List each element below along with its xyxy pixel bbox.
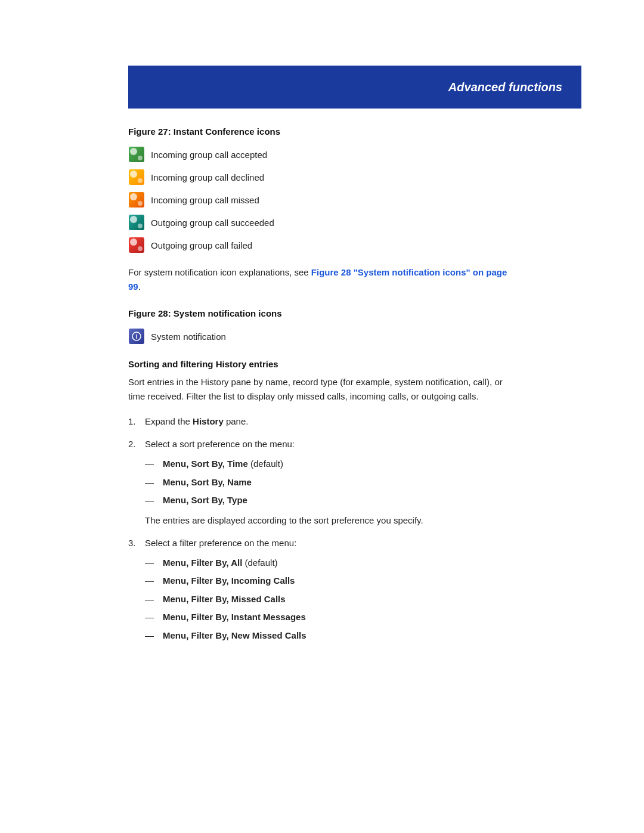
sub-item-normal: (default)	[248, 459, 283, 469]
sub-item: — Menu, Sort By, Type	[145, 494, 516, 507]
sub-item-normal: (default)	[242, 558, 277, 568]
main-content: Figure 27: Instant Conference icons Inco…	[0, 109, 644, 679]
sub-item-bold: Menu, Sort By, Type	[163, 495, 247, 505]
sub-item: — Menu, Filter By, All (default)	[145, 556, 516, 570]
figure27-title: Figure 27: Instant Conference icons	[128, 126, 516, 137]
step-2-content: Select a sort preference on the menu: — …	[145, 437, 516, 528]
sub-item-content: Menu, Sort By, Time (default)	[163, 457, 283, 471]
call-icon-yellow	[129, 169, 144, 185]
call-icon-blue-green	[129, 215, 144, 230]
item-label: Outgoing group call succeeded	[151, 218, 274, 228]
call-icon-declined	[128, 169, 145, 185]
list-item: Incoming group call accepted	[128, 146, 516, 163]
item-label: Outgoing group call failed	[151, 240, 252, 250]
sub-item-bold: Menu, Sort By, Name	[163, 477, 252, 487]
call-icon-missed	[128, 191, 145, 208]
dash: —	[145, 611, 163, 624]
step-3: 3. Select a filter preference on the men…	[128, 536, 516, 648]
step-3-content: Select a filter preference on the menu: …	[145, 536, 516, 648]
ref-paragraph: For system notification icon explanation…	[128, 265, 516, 294]
figure28-title: Figure 28: System notification icons	[128, 308, 516, 318]
sub-item-bold: Menu, Filter By, All	[163, 558, 242, 568]
step-2-text: Select a sort preference on the menu:	[145, 439, 295, 449]
sub-item: — Menu, Filter By, Missed Calls	[145, 593, 516, 606]
step-1-content: Expand the History pane.	[145, 414, 516, 429]
header-title: Advanced functions	[448, 80, 562, 94]
sub-item: — Menu, Filter By, New Missed Calls	[145, 629, 516, 643]
sub-item: — Menu, Filter By, Incoming Calls	[145, 574, 516, 588]
step-2-follow: The entries are displayed according to t…	[145, 513, 516, 528]
step-1: 1. Expand the History pane.	[128, 414, 516, 429]
call-icon-accepted	[128, 146, 145, 163]
sub-item: — Menu, Sort By, Time (default)	[145, 457, 516, 471]
sorting-heading: Sorting and filtering History entries	[128, 359, 516, 369]
sub-item-content: Menu, Sort By, Name	[163, 476, 252, 490]
call-icon-green	[129, 147, 144, 162]
sub-item-content: Menu, Filter By, Missed Calls	[163, 593, 286, 606]
steps-list: 1. Expand the History pane. 2. Select a …	[128, 414, 516, 647]
sub-item-content: Menu, Sort By, Type	[163, 494, 247, 507]
list-item: Outgoing group call failed	[128, 237, 516, 253]
call-icon-red	[129, 237, 144, 253]
step-2: 2. Select a sort preference on the menu:…	[128, 437, 516, 528]
page-container: Advanced functions Figure 27: Instant Co…	[0, 66, 644, 833]
figure28-icon-row: i System notification	[128, 328, 516, 345]
call-icon-failed	[128, 237, 145, 253]
sub-item-bold: Menu, Filter By, New Missed Calls	[163, 630, 306, 640]
sub-item: — Menu, Filter By, Instant Messages	[145, 611, 516, 624]
step-1-text-after: pane.	[224, 416, 249, 426]
ref-text-before: For system notification icon explanation…	[128, 267, 311, 277]
sub-item: — Menu, Sort By, Name	[145, 476, 516, 490]
dash: —	[145, 593, 163, 606]
sub-item-content: Menu, Filter By, All (default)	[163, 556, 278, 570]
step-number-2: 2.	[128, 437, 145, 528]
step-1-bold: History	[193, 416, 224, 426]
item-label: Incoming group call accepted	[151, 150, 267, 160]
sub-item-bold: Menu, Filter By, Missed Calls	[163, 594, 286, 604]
step-2-sub-list: — Menu, Sort By, Time (default) — Menu, …	[145, 457, 516, 507]
list-item: Incoming group call missed	[128, 191, 516, 208]
header-bar: Advanced functions	[128, 66, 581, 109]
dash: —	[145, 494, 163, 507]
step-3-text: Select a filter preference on the menu:	[145, 538, 296, 548]
dash: —	[145, 457, 163, 471]
system-notification-icon: i	[129, 329, 144, 344]
dash: —	[145, 629, 163, 643]
sub-item-content: Menu, Filter By, New Missed Calls	[163, 629, 306, 643]
item-label: Incoming group call missed	[151, 195, 259, 205]
item-label: Incoming group call declined	[151, 172, 264, 182]
sub-item-bold: Menu, Sort By, Time	[163, 459, 248, 469]
step-number-3: 3.	[128, 536, 145, 648]
step-number-1: 1.	[128, 414, 145, 429]
sorting-intro: Sort entries in the History pane by name…	[128, 375, 516, 404]
svg-text:i: i	[136, 333, 138, 340]
step-1-text-before: Expand the	[145, 416, 193, 426]
call-icon-succeeded	[128, 214, 145, 231]
list-item: Incoming group call declined	[128, 169, 516, 185]
sub-item-content: Menu, Filter By, Incoming Calls	[163, 574, 295, 588]
step-3-sub-list: — Menu, Filter By, All (default) — Menu,…	[145, 556, 516, 643]
sub-item-bold: Menu, Filter By, Instant Messages	[163, 612, 306, 622]
dash: —	[145, 574, 163, 588]
sub-item-content: Menu, Filter By, Instant Messages	[163, 611, 306, 624]
system-notification-label: System notification	[151, 332, 226, 342]
sub-item-bold: Menu, Filter By, Incoming Calls	[163, 575, 295, 586]
ref-text-after: .	[138, 281, 141, 292]
dash: —	[145, 476, 163, 490]
figure27-icon-list: Incoming group call accepted Incoming gr…	[128, 146, 516, 253]
dash: —	[145, 556, 163, 570]
system-icon-box: i	[128, 328, 145, 345]
call-icon-orange	[129, 192, 144, 208]
notification-svg: i	[131, 331, 142, 342]
list-item: Outgoing group call succeeded	[128, 214, 516, 231]
